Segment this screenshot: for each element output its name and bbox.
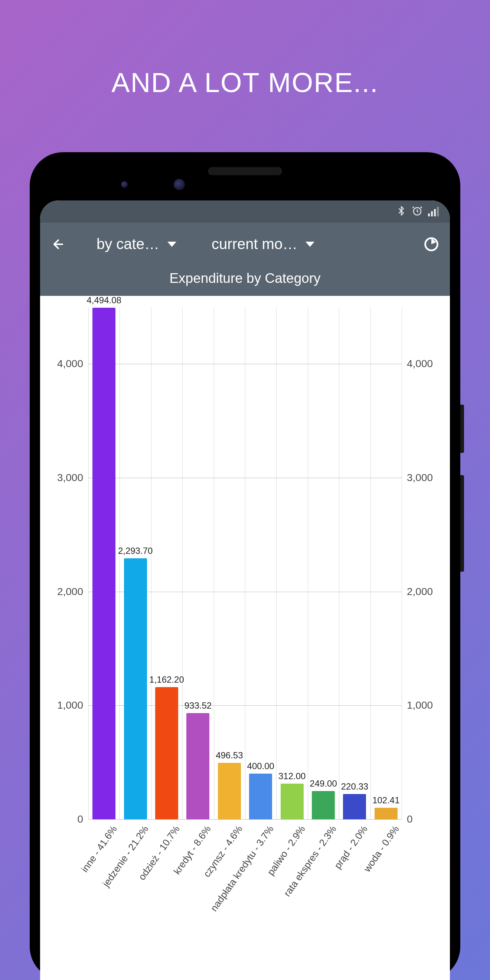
bar[interactable] xyxy=(249,773,272,819)
phone-side-button xyxy=(460,405,464,453)
y-axis-tick: 1,000 xyxy=(402,699,433,711)
group-by-dropdown[interactable]: by cate… xyxy=(92,236,204,253)
phone-screen: by cate… current mo… Expenditure by Cate… xyxy=(40,200,450,980)
bar-value-label: 496.53 xyxy=(216,750,243,760)
bar-value-label: 312.00 xyxy=(278,771,305,781)
bar-slot: 312.00paliwo - 2.9% xyxy=(276,307,307,819)
bar-category-label: nadpłata kredytu - 3.7% xyxy=(208,823,276,913)
bar-slot: 220.33prąd - 2.0% xyxy=(339,307,370,819)
bar-value-label: 400.00 xyxy=(247,761,274,772)
bar-slot: 102.41woda - 0.9% xyxy=(371,307,402,819)
bar-value-label: 933.52 xyxy=(185,700,212,711)
pie-chart-button[interactable] xyxy=(423,236,439,253)
y-axis-tick: 0 xyxy=(402,813,413,825)
phone-side-button xyxy=(460,475,464,572)
phone-notch xyxy=(40,163,450,200)
bar[interactable] xyxy=(343,794,366,819)
chevron-down-icon xyxy=(305,242,314,247)
y-axis-tick: 1,000 xyxy=(57,699,88,711)
chevron-down-icon xyxy=(167,242,176,247)
signal-icon xyxy=(428,207,439,216)
bar[interactable] xyxy=(124,558,147,819)
y-axis-tick: 3,000 xyxy=(57,472,88,484)
bar[interactable] xyxy=(155,687,178,819)
alarm-icon xyxy=(412,205,423,218)
bar-value-label: 249.00 xyxy=(310,778,337,789)
period-dropdown[interactable]: current mo… xyxy=(207,236,329,253)
bar-chart: 001,0001,0002,0002,0003,0003,0004,0004,0… xyxy=(88,307,402,819)
bar-slot: 1,162.20odzież - 10.7% xyxy=(151,307,182,819)
hero-headline: AND A LOT MORE... xyxy=(0,0,490,99)
bar[interactable] xyxy=(312,791,335,819)
back-button[interactable] xyxy=(51,237,66,252)
period-label: current mo… xyxy=(212,236,298,253)
bar[interactable] xyxy=(218,763,241,819)
y-axis-tick: 0 xyxy=(77,813,88,825)
bar-slot: 400.00nadpłata kredytu - 3.7% xyxy=(245,307,276,819)
y-axis-tick: 2,000 xyxy=(57,586,88,598)
bar-slot: 933.52kredyt - 8.6% xyxy=(182,307,213,819)
chart-area[interactable]: 001,0001,0002,0002,0003,0003,0004,0004,0… xyxy=(40,296,450,964)
group-by-label: by cate… xyxy=(97,236,159,253)
y-axis-tick: 4,000 xyxy=(57,358,88,370)
bar[interactable] xyxy=(92,308,115,819)
chart-title: Expenditure by Category xyxy=(40,266,450,296)
bluetooth-icon xyxy=(396,206,406,218)
bar-value-label: 4,494.08 xyxy=(86,295,121,305)
phone-frame: by cate… current mo… Expenditure by Cate… xyxy=(30,152,460,980)
bar-value-label: 1,162.20 xyxy=(149,675,184,685)
bar-value-label: 102.41 xyxy=(372,795,399,805)
status-bar xyxy=(40,200,450,223)
bar-value-label: 2,293.70 xyxy=(118,546,153,556)
bar-slot: 249.00rata ekspres - 2.3% xyxy=(308,307,339,819)
app-bar: by cate… current mo… xyxy=(40,223,450,266)
bar[interactable] xyxy=(186,713,209,819)
y-axis-tick: 2,000 xyxy=(402,586,433,598)
bar[interactable] xyxy=(375,808,398,819)
y-axis-tick: 3,000 xyxy=(402,472,433,484)
bar-slot: 2,293.70jedzenie - 21.2% xyxy=(119,307,151,819)
bar-value-label: 220.33 xyxy=(341,781,368,792)
y-axis-tick: 4,000 xyxy=(402,358,433,370)
bar[interactable] xyxy=(281,784,304,819)
bar-slot: 4,494.08inne - 41.6% xyxy=(88,307,119,819)
bar-slot: 496.53czynsz - 4.6% xyxy=(214,307,245,819)
